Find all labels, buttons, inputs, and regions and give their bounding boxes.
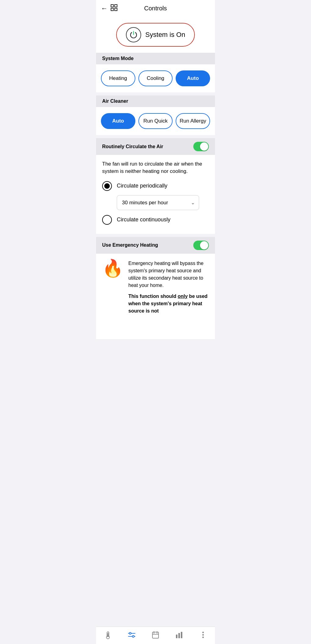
heating-button[interactable]: Heating: [101, 70, 135, 86]
auto-button[interactable]: Auto: [176, 70, 210, 86]
emergency-label: Use Emergency Heating: [102, 242, 158, 248]
circulate-toggle[interactable]: [193, 142, 209, 151]
air-auto-button[interactable]: Auto: [101, 113, 135, 129]
circulate-continuously-radio[interactable]: [102, 215, 112, 225]
cooling-button[interactable]: Cooling: [138, 70, 173, 86]
svg-rect-3: [115, 8, 117, 11]
flame-warning-icon: 🔥 !: [102, 260, 123, 277]
circulate-dropdown-wrapper: 15 minutes per hour 20 minutes per hour …: [117, 195, 199, 210]
circulate-periodically-row: Circulate periodically: [102, 181, 209, 191]
system-mode-title: System Mode: [102, 56, 134, 61]
system-mode-header: System Mode: [96, 53, 215, 64]
circulate-dropdown-container: 15 minutes per hour 20 minutes per hour …: [117, 195, 209, 210]
air-cleaner-header: Air Cleaner: [96, 95, 215, 107]
system-mode-button-group: Heating Cooling Auto: [96, 64, 215, 92]
header-left-controls: ←: [101, 4, 117, 13]
svg-rect-1: [115, 5, 117, 7]
page-title: Controls: [144, 5, 167, 12]
emergency-toggle-knob: [200, 241, 208, 249]
emergency-description: Emergency heating will bypass the system…: [128, 260, 209, 289]
circulate-content: The fan will run to circulate the air wh…: [96, 155, 215, 234]
circulate-toggle-knob: [200, 142, 208, 151]
emergency-toggle[interactable]: [193, 241, 209, 250]
circulate-description: The fan will run to circulate the air wh…: [102, 160, 209, 175]
emergency-content: 🔥 ! Emergency heating will bypass the sy…: [96, 254, 215, 339]
emergency-only-text: only: [178, 294, 188, 299]
power-icon: [126, 27, 141, 42]
svg-rect-0: [111, 5, 113, 7]
circulate-toggle-row: Routinely Circulate the Air: [96, 138, 215, 155]
circulate-continuously-label: Circulate continuously: [117, 216, 170, 223]
circulate-continuously-row: Circulate continuously: [102, 215, 209, 225]
header: ← Controls: [96, 0, 215, 17]
emergency-text-block: Emergency heating will bypass the system…: [128, 260, 209, 315]
system-on-section: System is On: [96, 17, 215, 53]
circulate-periodically-label: Circulate periodically: [117, 183, 167, 189]
grid-icon[interactable]: [111, 4, 117, 13]
circulate-dropdown[interactable]: 15 minutes per hour 20 minutes per hour …: [117, 195, 199, 210]
spacer-2: [96, 135, 215, 138]
back-button[interactable]: ←: [101, 5, 108, 13]
emergency-toggle-row: Use Emergency Heating: [96, 237, 215, 254]
spacer-3: [96, 234, 215, 237]
circulate-periodically-radio[interactable]: [102, 181, 112, 191]
spacer-1: [96, 92, 215, 95]
run-allergy-button[interactable]: Run Allergy: [176, 113, 210, 129]
air-cleaner-title: Air Cleaner: [102, 98, 128, 104]
system-on-label: System is On: [145, 31, 185, 39]
air-cleaner-button-group: Auto Run Quick Run Allergy: [96, 107, 215, 135]
system-on-button[interactable]: System is On: [116, 23, 195, 47]
svg-rect-2: [111, 8, 113, 11]
circulate-label: Routinely Circulate the Air: [102, 144, 163, 149]
emergency-warning: This function should only be used when t…: [128, 293, 209, 315]
run-quick-button[interactable]: Run Quick: [138, 113, 173, 129]
